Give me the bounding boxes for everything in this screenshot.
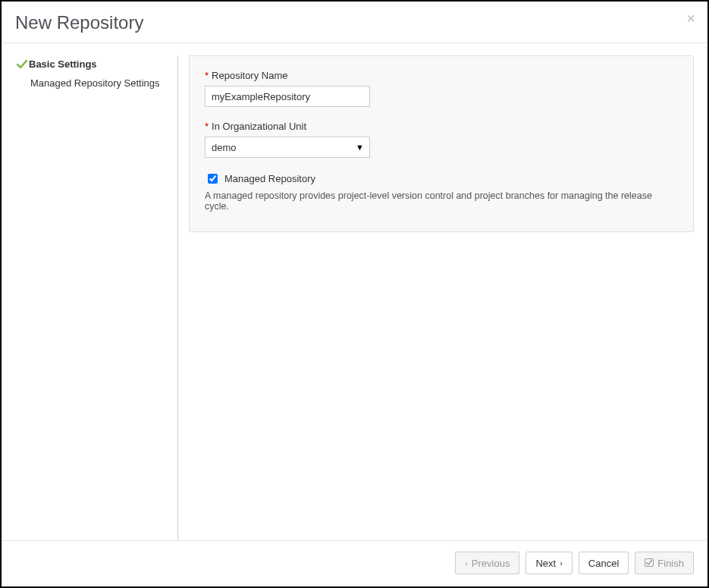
checkmark-icon (15, 60, 29, 69)
chevron-left-icon: ‹ (465, 559, 468, 568)
form-group-repo-name: *Repository Name (205, 70, 678, 107)
managed-checkbox[interactable] (208, 174, 218, 184)
modal-header: New Repository × (2, 2, 707, 43)
finish-button[interactable]: Finish (635, 552, 694, 574)
required-asterisk-icon: * (205, 70, 209, 81)
form-panel: *Repository Name *In Organizational Unit… (189, 55, 694, 232)
repo-name-input[interactable] (205, 86, 370, 107)
org-unit-label: *In Organizational Unit (205, 121, 678, 132)
modal-footer: ‹ Previous Next › Cancel Finish (2, 540, 707, 586)
required-asterisk-icon: * (205, 121, 209, 132)
form-group-managed: Managed Repository A managed repository … (205, 171, 678, 212)
org-unit-select-wrap: demo ▼ (205, 137, 370, 158)
modal-title: New Repository (15, 12, 694, 33)
wizard-step-managed-settings[interactable]: Managed Repository Settings (15, 74, 173, 92)
wizard-step-label: Basic Settings (29, 58, 97, 70)
repo-name-label: *Repository Name (205, 70, 678, 81)
org-unit-select[interactable]: demo (205, 137, 370, 158)
next-button[interactable]: Next › (525, 552, 572, 574)
wizard-step-basic-settings[interactable]: Basic Settings (15, 55, 173, 73)
wizard-step-label: Managed Repository Settings (30, 77, 160, 89)
form-group-org-unit: *In Organizational Unit demo ▼ (205, 121, 678, 158)
previous-button[interactable]: ‹ Previous (455, 552, 519, 574)
finish-check-icon (645, 558, 654, 568)
managed-checkbox-row: Managed Repository (205, 171, 678, 186)
wizard-sidebar: Basic Settings Managed Repository Settin… (15, 55, 178, 540)
modal-body: Basic Settings Managed Repository Settin… (2, 43, 707, 540)
chevron-right-icon: › (560, 559, 563, 568)
close-icon[interactable]: × (686, 11, 695, 26)
managed-checkbox-label: Managed Repository (224, 173, 315, 184)
cancel-button[interactable]: Cancel (579, 552, 629, 574)
managed-help-text: A managed repository provides project-le… (205, 190, 678, 212)
content-pane: *Repository Name *In Organizational Unit… (178, 55, 694, 540)
